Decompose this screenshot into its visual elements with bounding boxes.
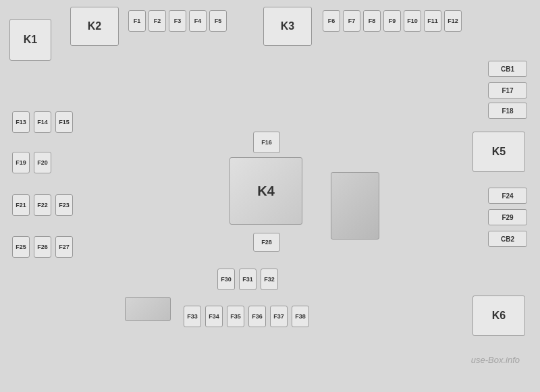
fuse-F11: F11 xyxy=(424,10,441,32)
fuse-F31: F31 xyxy=(239,269,256,290)
fuse-F5: F5 xyxy=(209,10,227,32)
fuse-F18: F18 xyxy=(488,103,527,119)
relay-K4-label: K4 xyxy=(257,184,275,199)
relay-K6: K6 xyxy=(473,296,525,336)
fuse-F33: F33 xyxy=(184,306,201,327)
fuse-F4: F4 xyxy=(189,10,207,32)
fuse-F36: F36 xyxy=(248,306,266,327)
fuse-F20: F20 xyxy=(34,152,51,173)
fuse-F7: F7 xyxy=(343,10,360,32)
fuse-F32: F32 xyxy=(261,269,278,290)
cb-CB1: CB1 xyxy=(488,61,527,77)
relay-K1-label: K1 xyxy=(24,34,37,46)
relay-K1: K1 xyxy=(9,19,51,61)
unknown-component-bottom-left xyxy=(125,297,171,321)
fuse-F13: F13 xyxy=(12,111,30,133)
fuse-F21: F21 xyxy=(12,194,30,216)
fuse-F25: F25 xyxy=(12,236,30,258)
fuse-F28: F28 xyxy=(253,233,280,252)
fuse-F22: F22 xyxy=(34,194,51,216)
fuse-F17: F17 xyxy=(488,82,527,99)
fuse-F12: F12 xyxy=(444,10,462,32)
fuse-F14: F14 xyxy=(34,111,51,133)
relay-K3-label: K3 xyxy=(281,20,294,32)
fuse-F26: F26 xyxy=(34,236,51,258)
fuse-F6: F6 xyxy=(323,10,340,32)
relay-K2-label: K2 xyxy=(88,20,101,32)
fuse-F35: F35 xyxy=(227,306,244,327)
fuse-F27: F27 xyxy=(55,236,73,258)
fuse-box-diagram: K1 K2 K3 F1 F2 F3 F4 F5 F6 F7 F8 F9 F10 … xyxy=(0,0,540,392)
relay-K3: K3 xyxy=(263,7,312,46)
fuse-F23: F23 xyxy=(55,194,73,216)
fuse-F38: F38 xyxy=(292,306,309,327)
unknown-component-center-right xyxy=(331,172,379,240)
fuse-F29: F29 xyxy=(488,209,527,225)
fuse-F16: F16 xyxy=(253,132,280,153)
fuse-F30: F30 xyxy=(217,269,235,290)
fuse-F8: F8 xyxy=(363,10,381,32)
cb-CB2: CB2 xyxy=(488,231,527,247)
fuse-F9: F9 xyxy=(383,10,401,32)
watermark: use-Box.info xyxy=(471,355,520,365)
relay-K5: K5 xyxy=(473,132,525,172)
fuse-F37: F37 xyxy=(270,306,288,327)
fuse-F19: F19 xyxy=(12,152,30,173)
fuse-F10: F10 xyxy=(404,10,421,32)
fuse-F2: F2 xyxy=(148,10,166,32)
fuse-F34: F34 xyxy=(205,306,223,327)
fuse-F24: F24 xyxy=(488,188,527,204)
fuse-F1: F1 xyxy=(128,10,146,32)
fuse-F15: F15 xyxy=(55,111,73,133)
relay-K4: K4 xyxy=(230,157,302,225)
fuse-F3: F3 xyxy=(169,10,186,32)
relay-K6-label: K6 xyxy=(492,310,506,322)
relay-K2: K2 xyxy=(70,7,119,46)
relay-K5-label: K5 xyxy=(492,146,506,158)
